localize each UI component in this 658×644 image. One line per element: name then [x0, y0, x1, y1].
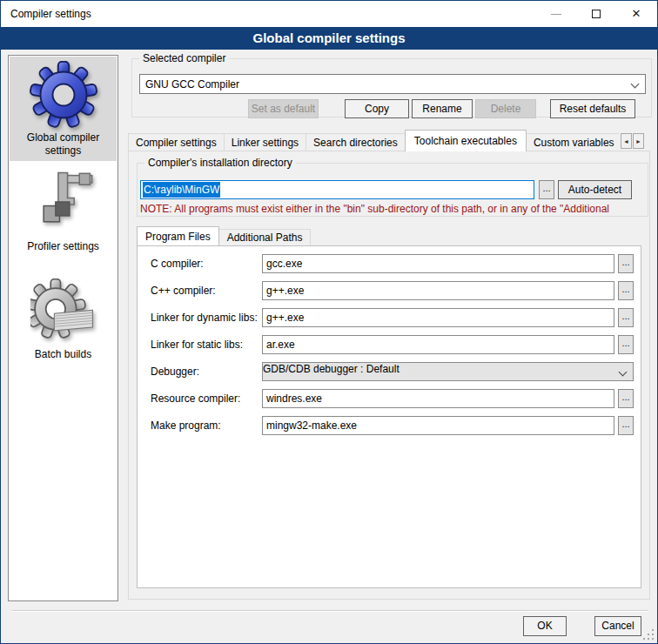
linker-static-input[interactable]: [262, 335, 614, 354]
compiler-select-value: GNU GCC Compiler: [145, 78, 239, 91]
minimize-button[interactable]: —: [536, 1, 576, 26]
selected-compiler-group: Selected compiler GNU GCC Compiler Set a…: [131, 58, 652, 117]
main-tabs: Compiler settings Linker settings Search…: [128, 130, 619, 151]
sidebar-item-label: Profiler settings: [10, 240, 117, 253]
group-label: Compiler's installation directory: [144, 157, 296, 169]
set-as-default-button[interactable]: Set as default: [248, 99, 319, 118]
linker-dynamic-input[interactable]: [262, 308, 614, 327]
sidebar-item-label: Batch builds: [10, 348, 117, 361]
close-button[interactable]: ✕: [616, 1, 656, 26]
page-title: Global compiler settings: [1, 27, 657, 50]
debugger-select-value: GDB/CDB debugger : Default: [263, 363, 400, 375]
chevron-down-icon: [631, 80, 640, 89]
compiler-select[interactable]: GNU GCC Compiler: [139, 74, 646, 94]
c-compiler-browse-button[interactable]: ...: [618, 254, 634, 273]
resource-compiler-input[interactable]: [262, 389, 614, 408]
window-title: Compiler settings: [10, 8, 91, 20]
caliper-icon: [30, 169, 97, 235]
make-program-input[interactable]: [262, 416, 614, 435]
c-compiler-input[interactable]: [262, 254, 614, 273]
main-tabstrip: Compiler settings Linker settings Search…: [128, 130, 650, 151]
tab-scroll-right-icon: ►: [635, 138, 641, 144]
tab-scroll-left-icon: ◄: [623, 138, 629, 144]
tab-custom-variables[interactable]: Custom variables: [526, 133, 619, 151]
tab-compiler-settings[interactable]: Compiler settings: [128, 133, 225, 151]
make-program-browse-button[interactable]: ...: [618, 416, 634, 435]
cpp-compiler-browse-button[interactable]: ...: [618, 281, 634, 300]
c-compiler-label: C compiler:: [151, 258, 204, 270]
blue-gear-icon: [30, 61, 97, 129]
maximize-button[interactable]: [576, 1, 616, 26]
tab-program-files[interactable]: Program Files: [137, 226, 219, 245]
inner-tabstrip: Program Files Additional Paths: [137, 226, 310, 245]
maximize-icon: [592, 10, 601, 18]
installation-directory-group: Compiler's installation directory C:\ray…: [137, 163, 648, 217]
sidebar-item-batch-builds[interactable]: Batch builds: [10, 275, 117, 414]
resource-compiler-label: Resource compiler:: [151, 392, 240, 405]
debugger-label: Debugger:: [151, 366, 199, 378]
gear-stack-icon: [30, 278, 97, 345]
delete-button[interactable]: Delete: [475, 99, 536, 118]
sidebar-item-global-compiler-settings[interactable]: Global compiler settings: [10, 57, 117, 161]
rename-button[interactable]: Rename: [412, 99, 473, 118]
footer-divider: [11, 610, 648, 612]
tab-linker-settings[interactable]: Linker settings: [224, 133, 306, 151]
program-files-page: C compiler: ... C++ compiler: ... Linker…: [137, 245, 641, 588]
reset-defaults-button[interactable]: Reset defaults: [550, 99, 635, 118]
minimize-icon: —: [551, 8, 561, 20]
linker-static-browse-button[interactable]: ...: [618, 335, 634, 354]
linker-dynamic-label: Linker for dynamic libs:: [151, 312, 258, 324]
close-icon: ✕: [632, 7, 641, 20]
linker-dynamic-browse-button[interactable]: ...: [618, 308, 634, 327]
sidebar-item-label: Global compiler settings: [10, 131, 117, 158]
titlebar: Compiler settings — ✕: [1, 1, 657, 27]
group-label: Selected compiler: [139, 52, 229, 64]
copy-button[interactable]: Copy: [345, 99, 409, 118]
tab-scroll-left-button[interactable]: ◄: [621, 133, 632, 149]
compiler-settings-window: Compiler settings — ✕ Global compiler se…: [0, 0, 658, 644]
installation-directory-value: C:\raylib\MinGW: [143, 182, 220, 198]
debugger-select[interactable]: GDB/CDB debugger : Default: [262, 362, 634, 381]
toolchain-executables-page: Compiler's installation directory C:\ray…: [128, 151, 650, 600]
linker-static-label: Linker for static libs:: [151, 339, 243, 351]
installation-directory-input[interactable]: C:\raylib\MinGW: [140, 180, 534, 199]
resize-grip-icon[interactable]: [643, 629, 655, 641]
note-text: NOTE: All programs must exist either in …: [140, 203, 645, 215]
tab-scroll-right-button[interactable]: ►: [633, 133, 644, 149]
cpp-compiler-input[interactable]: [262, 281, 614, 300]
auto-detect-button[interactable]: Auto-detect: [558, 180, 632, 199]
tab-additional-paths[interactable]: Additional Paths: [218, 229, 312, 245]
make-program-label: Make program:: [151, 419, 221, 432]
ok-button[interactable]: OK: [523, 616, 567, 636]
browse-directory-button[interactable]: ...: [539, 180, 554, 199]
tab-toolchain-executables[interactable]: Toolchain executables: [405, 130, 527, 151]
chevron-down-icon: [619, 368, 628, 377]
resource-compiler-browse-button[interactable]: ...: [618, 389, 634, 408]
sidebar-item-profiler-settings[interactable]: Profiler settings: [10, 165, 117, 272]
cpp-compiler-label: C++ compiler:: [151, 285, 216, 297]
settings-category-list: Global compiler settings Profiler settin…: [8, 55, 118, 601]
tab-search-directories[interactable]: Search directories: [306, 133, 406, 151]
cancel-button[interactable]: Cancel: [594, 616, 641, 636]
